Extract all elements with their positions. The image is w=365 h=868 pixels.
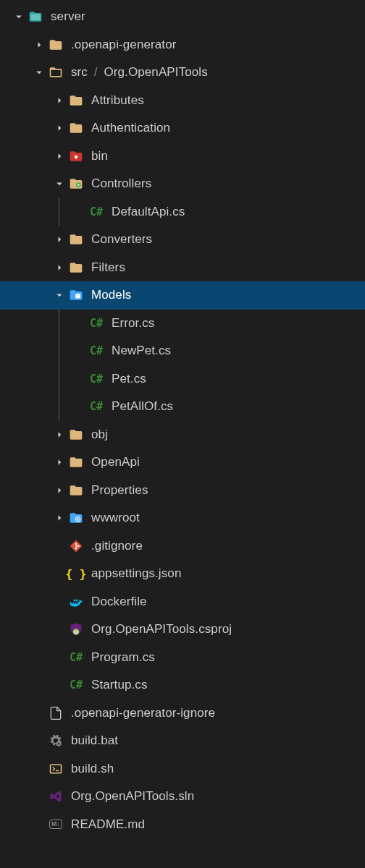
- folder-icon: [68, 93, 84, 109]
- chevron-right-icon[interactable]: [51, 231, 68, 248]
- tree-item-label: Pet.cs: [112, 372, 365, 386]
- chevron-down-icon[interactable]: [30, 64, 48, 81]
- tree-item-label: bin: [91, 149, 365, 163]
- tree-item[interactable]: server: [0, 3, 365, 31]
- tree-item[interactable]: { }appsettings.json: [0, 560, 365, 588]
- tree-item[interactable]: C#Org.OpenAPITools.csproj: [0, 616, 365, 644]
- tree-item-label: Attributes: [91, 93, 365, 108]
- tree-item-label: Properties: [91, 483, 365, 498]
- folder-icon: [68, 120, 84, 136]
- tree-item-label: Authentication: [91, 121, 365, 135]
- tree-item[interactable]: Org.OpenAPITools.sln: [0, 783, 365, 811]
- csproj-icon: C#: [68, 621, 84, 637]
- vs-icon: [48, 788, 64, 804]
- tree-item[interactable]: C#Startup.cs: [0, 671, 365, 699]
- chevron-down-icon[interactable]: [10, 8, 28, 25]
- tree-item-label: README.md: [71, 817, 365, 832]
- tree-item[interactable]: Dockerfile: [0, 588, 365, 616]
- csharp-icon: C#: [88, 343, 104, 359]
- tree-item[interactable]: Converters: [0, 226, 365, 254]
- tree-item-label: Models: [91, 288, 365, 302]
- tree-item[interactable]: C#Error.cs: [0, 310, 365, 338]
- tree-item[interactable]: OpenApi: [0, 448, 365, 477]
- tree-item-label: PetAllOf.cs: [112, 399, 365, 414]
- folder-icon: [68, 427, 84, 443]
- tree-item-label: Org.OpenAPITools.csproj: [91, 622, 365, 637]
- tree-item[interactable]: src / Org.OpenAPITools: [0, 59, 365, 87]
- docker-icon: [68, 594, 84, 610]
- tree-item-label: OpenApi: [91, 455, 365, 469]
- tree-item[interactable]: C#Pet.cs: [0, 365, 365, 393]
- tree-item[interactable]: build.sh: [0, 755, 365, 783]
- json-icon: { }: [68, 566, 84, 582]
- chevron-right-icon[interactable]: [51, 482, 68, 499]
- tree-item-label: Program.cs: [91, 650, 365, 665]
- folder-www-icon: [68, 510, 84, 526]
- chevron-right-icon[interactable]: [51, 148, 68, 165]
- chevron-right-icon[interactable]: [51, 509, 68, 527]
- git-icon: [68, 538, 84, 554]
- chevron-right-icon[interactable]: [51, 92, 68, 109]
- csharp-icon: C#: [88, 315, 104, 331]
- tree-item-label: src / Org.OpenAPITools: [71, 65, 365, 80]
- folder-db-icon: [68, 287, 84, 303]
- folder-root-icon: [28, 9, 43, 25]
- folder-icon: [68, 454, 84, 470]
- tree-item[interactable]: .openapi-generator-ignore: [0, 699, 365, 728]
- tree-item[interactable]: C#Program.cs: [0, 644, 365, 672]
- chevron-right-icon[interactable]: [51, 426, 68, 443]
- csharp-icon: C#: [88, 204, 104, 220]
- folder-icon: [48, 37, 64, 53]
- chevron-right-icon[interactable]: [30, 36, 48, 54]
- tree-item[interactable]: Controllers: [0, 170, 365, 198]
- csharp-icon: C#: [68, 650, 84, 665]
- tree-item-label: build.sh: [71, 762, 365, 776]
- tree-item-label: obj: [91, 427, 365, 442]
- tree-item-label: NewPet.cs: [112, 344, 365, 358]
- tree-item-label: Controllers: [91, 176, 365, 191]
- tree-item[interactable]: obj: [0, 421, 365, 449]
- svg-point-9: [58, 743, 60, 745]
- tree-item[interactable]: .openapi-generator: [0, 31, 365, 59]
- tree-item[interactable]: C#DefaultApi.cs: [0, 198, 365, 226]
- chevron-right-icon[interactable]: [51, 454, 68, 471]
- file-icon: [48, 705, 64, 721]
- tree-item[interactable]: Filters: [0, 254, 365, 282]
- tree-item-label: .openapi-generator-ignore: [71, 706, 365, 720]
- chevron-right-icon[interactable]: [51, 119, 68, 137]
- tree-item-label: Dockerfile: [91, 595, 365, 609]
- folder-ruby-icon: [68, 148, 84, 164]
- tree-item[interactable]: .gitignore: [0, 532, 365, 561]
- tree-item[interactable]: Models: [0, 281, 365, 310]
- folder-icon: [68, 231, 84, 247]
- terminal-icon: [48, 761, 64, 777]
- csharp-icon: C#: [88, 371, 104, 387]
- tree-item[interactable]: build.bat: [0, 727, 365, 755]
- folder-icon: [68, 260, 84, 276]
- tree-item[interactable]: M↓README.md: [0, 811, 365, 839]
- tree-item-label: build.bat: [71, 733, 365, 748]
- chevron-right-icon[interactable]: [51, 259, 68, 276]
- tree-item[interactable]: Properties: [0, 477, 365, 505]
- tree-item[interactable]: C#PetAllOf.cs: [0, 393, 365, 421]
- svg-text:C#: C#: [74, 630, 79, 634]
- tree-item[interactable]: C#NewPet.cs: [0, 337, 365, 365]
- tree-item[interactable]: Attributes: [0, 87, 365, 115]
- tree-item-label: appsettings.json: [91, 566, 365, 581]
- tree-item[interactable]: Authentication: [0, 114, 365, 142]
- gear-icon: [48, 733, 64, 749]
- csharp-icon: C#: [88, 399, 104, 414]
- tree-item-label: .gitignore: [91, 539, 365, 553]
- tree-item-label: .openapi-generator: [71, 38, 365, 52]
- folder-open-icon: [48, 64, 64, 80]
- tree-item-label: Filters: [91, 260, 365, 275]
- tree-item[interactable]: bin: [0, 142, 365, 171]
- tree-item-label: Startup.cs: [91, 678, 365, 692]
- chevron-down-icon[interactable]: [51, 175, 68, 192]
- svg-rect-10: [51, 765, 62, 773]
- tree-item-label: server: [51, 9, 365, 24]
- tree-item-label: Error.cs: [112, 316, 365, 331]
- csharp-icon: C#: [68, 677, 84, 693]
- tree-item[interactable]: wwwroot: [0, 504, 365, 532]
- chevron-down-icon[interactable]: [51, 286, 68, 304]
